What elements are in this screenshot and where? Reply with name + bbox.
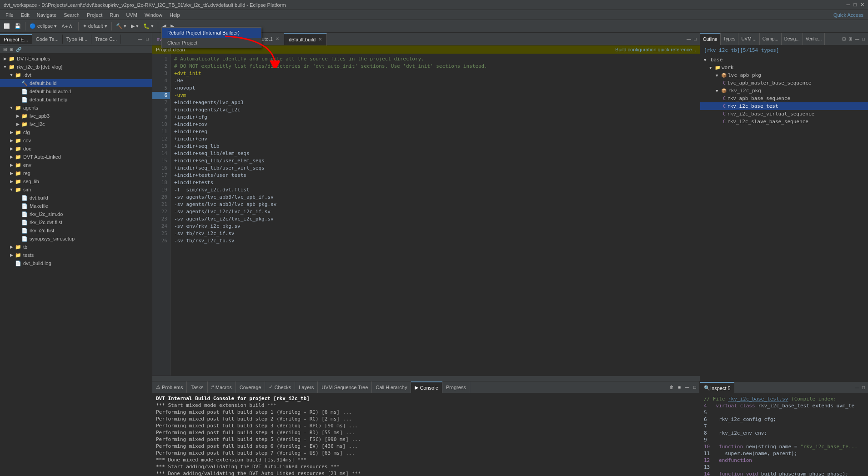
inspect-minimize-btn[interactable]: — [853,385,861,391]
tree-expand-btn[interactable]: ⊞ [8,46,15,52]
editor-minimize-btn[interactable]: — [685,36,692,42]
tab-problems[interactable]: ⚠ Problems [152,381,187,393]
tree-item-reg[interactable]: ▶ 📁 reg [0,169,152,177]
eclipse-btn[interactable]: 🔵 eclipse ▾ [28,21,59,31]
tree-item-cov[interactable]: ▶ 📁 cov [0,136,152,145]
tree-item-doc[interactable]: ▶ 📁 doc [0,145,152,153]
outline-item-rkv-i2c-base-virt-seq[interactable]: C rkv_i2c_base_virtual_sequence [700,110,868,118]
inspect-file-link[interactable]: rkv_i2c_base_test.sv [728,396,788,402]
inspect-content[interactable]: // File rkv_i2c_base_test.sv (Compile in… [700,394,868,476]
tree-item-default-build-help[interactable]: 📄 default.build.help [0,95,152,104]
right-tab-types[interactable]: Types [721,33,739,45]
tab-console[interactable]: ▶ Console [411,381,442,393]
tree-item-dvt-examples[interactable]: ▶ 📁 DVT-Examples [0,55,152,63]
minimize-btn[interactable]: ─ [847,2,850,8]
menu-help[interactable]: Help [166,11,184,19]
outline-item-base[interactable]: ▼ base [700,56,868,64]
quick-ref-link[interactable]: Build configuration quick reference... [615,47,696,52]
editor-hscroll[interactable] [152,376,700,381]
outline-item-lvc-apb-pkg[interactable]: ▼ 📦 lvc_apb_pkg [700,71,868,79]
tree-item-seq-lib[interactable]: ▶ 📁 seq_lib [0,177,152,185]
menu-navigate[interactable]: Navigate [33,11,60,19]
right-panel-minimize-btn[interactable]: — [853,36,861,42]
outline-item-rkv-i2c-slave-base-seq[interactable]: C rkv_i2c_slave_base_sequence [700,118,868,125]
right-panel-maximize-btn[interactable]: □ [861,36,866,42]
tab-progress[interactable]: Progress [442,381,470,393]
menu-run[interactable]: Run [106,11,122,19]
console-content[interactable]: DVT Internal Build Console for project [… [152,393,699,476]
new-btn[interactable]: ⬜ [2,21,12,31]
right-tab-uvm[interactable]: UVM ... [738,33,759,45]
tree-item-rkv-sim-do[interactable]: 📄 rkv_i2c_sim.do [0,210,152,218]
tab-macros[interactable]: # Macros [208,381,236,393]
tree-item-dvt-folder[interactable]: ▼ 📁 .dvt [0,71,152,79]
outline-item-rkv-apb-base-seq[interactable]: C rkv_apb_base_sequence [700,95,868,102]
console-minimize-btn[interactable]: — [683,384,691,390]
tree-item-sim[interactable]: ▼ 📁 sim [0,185,152,194]
tree-item-makefile[interactable]: 📄 Makefile [0,202,152,210]
tab-trace[interactable]: Trace C... [91,35,121,44]
tree-item-lvc-i2c[interactable]: ▶ 📁 lvc_i2c [0,120,152,128]
tree-item-cfg[interactable]: ▶ 📁 cfg [0,128,152,136]
right-tab-design[interactable]: Desig... [782,33,803,45]
tree-item-synopsys-sim[interactable]: 📄 synopsys_sim.setup [0,235,152,243]
right-panel-btn-2[interactable]: ⊞ [847,36,853,42]
tree-item-agents[interactable]: ▼ 📁 agents [0,104,152,112]
outline-item-lvc-apb-master-seq[interactable]: C lvc_apb_master_base_sequence [700,79,868,87]
quick-access[interactable]: Quick Access [831,11,866,19]
tree-item-lvc-apb3[interactable]: ▶ 📁 lvc_apb3 [0,112,152,120]
tree-item-default-build-auto[interactable]: 📄 default.build.auto.1 [0,87,152,95]
console-clear-btn[interactable]: 🗑 [668,384,675,390]
right-tab-comp[interactable]: Comp... [760,33,782,45]
default-btn[interactable]: ✦ default ▾ [81,21,109,31]
editor-maximize-btn[interactable]: □ [692,36,698,42]
outline-item-rkv-i2c-base-test[interactable]: C rkv_i2c_base_test [700,102,868,110]
font-inc-btn[interactable]: A+ A- [60,21,75,31]
tree-item-dvt-autolinked[interactable]: ▶ 📁 DVT Auto-Linked [0,153,152,161]
tab-inspect[interactable]: 🔍 Inspect 5 [700,382,734,394]
right-tab-outline[interactable]: Outline [700,33,721,45]
tree-item-tb[interactable]: ▶ 📁 tb [0,243,152,251]
menu-uvm[interactable]: UVM [122,11,140,19]
run-btn[interactable]: ▶ ▾ [129,21,140,31]
debug-btn[interactable]: 🐛 ▾ [141,21,156,31]
maximize-panel-btn[interactable]: □ [145,36,150,42]
console-stop-btn[interactable]: ■ [677,384,682,390]
tab-type-hierarchy[interactable]: Type Hi... [63,35,91,44]
menu-window[interactable]: Window [141,11,166,19]
tab-layers[interactable]: Layers [295,381,318,393]
tab-code-templates[interactable]: Code Te... [32,35,63,44]
tab-project-explorer[interactable]: Project E... [0,34,32,44]
tab-checks[interactable]: ✓ Checks [265,381,295,393]
outline-item-work[interactable]: ▼ 📁 work [700,64,868,71]
tab-close-auto[interactable]: ✕ [276,36,279,41]
close-btn[interactable]: ✕ [860,2,864,8]
tree-item-rkv-i2c-tb[interactable]: ▼ 📁 rkv_i2c_tb [dvt: vlog] [0,63,152,71]
menu-file[interactable]: File [2,11,17,19]
minimize-panel-btn[interactable]: — [136,36,144,42]
code-content[interactable]: # Automatically identify and compile all… [171,54,700,376]
right-tab-verific[interactable]: Verific... [803,33,825,45]
tree-item-env[interactable]: ▶ 📁 env [0,161,152,169]
menu-edit[interactable]: Edit [17,11,33,19]
menu-rebuild-project[interactable]: Rebuild Project (Internal Builder) [162,33,261,38]
tree-item-default-build[interactable]: 🔨 default.build [0,79,152,87]
console-maximize-btn[interactable]: □ [692,384,697,390]
tab-default-build-active[interactable]: default.build ✕ [284,33,327,45]
build-btn[interactable]: 🔨 ▾ [114,21,128,31]
tree-item-rkv-dvt-flist[interactable]: 📄 rkv_i2c.dvt.flist [0,218,152,226]
tab-tasks[interactable]: Tasks [187,381,207,393]
tab-call-hierarchy[interactable]: Call Hierarchy [372,381,411,393]
maximize-btn[interactable]: □ [853,2,857,8]
outline-item-rkv-i2c-pkg[interactable]: ▼ 📦 rkv_i2c_pkg [700,87,868,95]
tab-close-build[interactable]: ✕ [318,37,322,42]
menu-search[interactable]: Search [60,11,83,19]
tree-link-btn[interactable]: 🔗 [15,46,23,52]
tree-item-dvt-build-log[interactable]: 📄 dvt_build.log [0,259,152,267]
tree-collapse-btn[interactable]: ⊟ [2,46,8,52]
project-tree[interactable]: ▶ 📁 DVT-Examples ▼ 📁 rkv_i2c_tb [dvt: vl… [0,54,152,476]
tree-item-dvt-build[interactable]: 📄 dvt.build [0,194,152,202]
right-panel-btn-1[interactable]: ⊟ [841,36,847,42]
menu-clean-project[interactable]: Clean Project [162,38,261,48]
tree-item-tests[interactable]: ▶ 📁 tests [0,251,152,259]
